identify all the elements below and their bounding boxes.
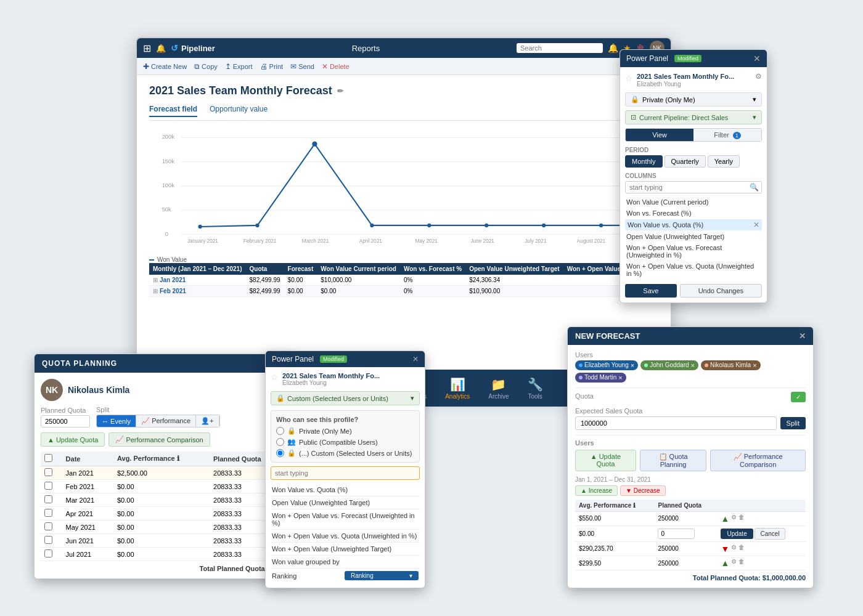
update-quota-button[interactable]: ▲ Update Quota	[575, 450, 636, 471]
remove-user-icon[interactable]: ×	[691, 362, 695, 369]
row-checkbox[interactable]	[44, 522, 52, 530]
select-all-checkbox[interactable]	[44, 454, 52, 462]
delete-row-icon[interactable]: 🗑	[738, 544, 745, 554]
expand-icon[interactable]: ⊞	[153, 277, 158, 283]
add-user-split-btn[interactable]: 👤+	[196, 415, 219, 427]
tools-nav-item[interactable]: 🔧 Tools	[528, 377, 543, 400]
send-button[interactable]: ✉ Send	[290, 62, 314, 71]
row-checkbox[interactable]	[44, 495, 52, 503]
pp-body: ☆ 2021 Sales Team Monthly Fo... Elizabet…	[620, 67, 767, 302]
private-radio[interactable]	[276, 427, 284, 435]
ppm-ranking-item[interactable]: Ranking Ranking ▾	[271, 569, 420, 583]
settings-icon[interactable]: ⚙	[731, 558, 737, 568]
row-checkbox[interactable]	[44, 509, 52, 517]
settings-icon[interactable]: ⚙	[731, 514, 737, 524]
ppm-star-icon[interactable]: ☆	[271, 372, 279, 382]
edit-icon[interactable]: ✏	[337, 87, 343, 95]
remove-user-icon[interactable]: ×	[618, 374, 622, 381]
row-cancel-button[interactable]: Cancel	[755, 528, 785, 540]
undo-button[interactable]: Undo Changes	[680, 284, 762, 298]
period-quarterly-btn[interactable]: Quarterly	[665, 155, 706, 168]
ppm-close-button[interactable]: ✕	[412, 355, 419, 363]
ranking-dropdown[interactable]: Ranking ▾	[345, 571, 419, 580]
print-button[interactable]: 🖨 Print	[260, 62, 284, 71]
pp-gear-icon[interactable]: ⚙	[755, 72, 762, 81]
copy-button[interactable]: ⧉ Copy	[194, 62, 218, 71]
ppm-col-item[interactable]: Open Value (Unweighted Target)	[271, 496, 420, 509]
ppm-col-item[interactable]: Won + Open Value (Unweighted Target)	[271, 543, 420, 556]
delete-button[interactable]: ✕ Delete	[322, 62, 350, 71]
row-checkbox[interactable]	[44, 549, 52, 557]
quota-planning-button[interactable]: 📋 Quota Planning	[640, 450, 707, 471]
nf-close-button[interactable]: ✕	[799, 331, 806, 341]
delete-row-icon[interactable]: 🗑	[738, 514, 745, 524]
radio-custom[interactable]: 🔒 (...) Custom (Selected Users or Units)	[276, 449, 414, 457]
col-item-won-open-forecast[interactable]: Won + Open Value vs. Forecast (Unweighte…	[625, 242, 762, 261]
won-forecast-cell: 0%	[400, 286, 465, 297]
row-checkbox[interactable]	[44, 536, 52, 544]
svg-text:July 2021: July 2021	[525, 238, 547, 244]
col-item-won-value[interactable]: Won Value (Current period)	[625, 197, 762, 208]
expand-icon[interactable]: ⊞	[153, 288, 158, 294]
tab-filter[interactable]: Filter 1	[693, 129, 761, 141]
performance-button[interactable]: 📈 Performance Comparison	[710, 450, 806, 471]
performance-comparison-button[interactable]: 📈 Performance Comparison	[108, 432, 210, 447]
row-update-button[interactable]: Update	[721, 529, 753, 539]
pp-search-input[interactable]	[625, 181, 762, 193]
period-monthly-btn[interactable]: Monthly	[625, 155, 663, 168]
expected-sales-input[interactable]	[575, 416, 777, 430]
ppm-col-item[interactable]: Won + Open Value vs. Quota (Unweighted i…	[271, 530, 420, 543]
row-checkbox[interactable]	[44, 468, 52, 476]
ppm-col-item[interactable]: Won + Open Value vs. Forecast (Unweighte…	[271, 509, 420, 530]
col-item-won-open-quota[interactable]: Won + Open Value vs. Quota (Unweighted i…	[625, 261, 762, 279]
evenly-btn[interactable]: ↔ Evenly	[97, 415, 136, 427]
star-icon[interactable]: ☆	[625, 73, 633, 83]
tab-forecast-field[interactable]: Forecast field	[149, 105, 197, 117]
increase-button[interactable]: ▲ Increase	[575, 485, 618, 496]
expected-sales-label: Expected Sales Quota	[575, 407, 806, 415]
radio-private[interactable]: 🔒 Private (Only Me)	[276, 427, 414, 435]
remove-user-icon[interactable]: ×	[753, 362, 756, 369]
ppm-col-item[interactable]: Won Value vs. Quota (%)	[271, 484, 420, 496]
ppm-custom-dropdown[interactable]: 🔒 Custom (Selected Users or Units) ▾	[271, 391, 420, 405]
quota-cell: 250000	[654, 541, 717, 556]
grid-icon[interactable]: ⊞	[143, 43, 151, 54]
decrease-button[interactable]: ▼ Decrease	[620, 485, 665, 496]
ppm-title-row: Power Panel Modified	[272, 355, 347, 363]
split-button[interactable]: Split	[780, 417, 806, 429]
period-yearly-btn[interactable]: Yearly	[708, 155, 740, 168]
col-remove-icon[interactable]: ✕	[753, 221, 759, 229]
bell-icon[interactable]: 🔔	[156, 44, 166, 53]
planned-quota-input[interactable]	[41, 415, 90, 428]
create-new-button[interactable]: ✚ Create New	[143, 62, 187, 71]
row-checkbox[interactable]	[44, 482, 52, 490]
pp-close-button[interactable]: ✕	[753, 54, 761, 63]
performance-split-btn[interactable]: 📈 Performance	[136, 415, 196, 427]
update-quota-button[interactable]: ▲ Update Quota	[41, 432, 105, 447]
tab-opportunity-value[interactable]: Opportunity value	[210, 105, 268, 117]
notif-icon[interactable]: 🔔	[608, 43, 618, 53]
remove-user-icon[interactable]: ×	[631, 362, 634, 369]
archive-nav-item[interactable]: 📁 Archive	[488, 377, 509, 400]
public-radio[interactable]	[276, 438, 284, 446]
save-button[interactable]: Save	[625, 284, 677, 298]
action-cell: Update Cancel	[717, 526, 806, 542]
quota-toggle[interactable]: ✓	[791, 392, 806, 402]
col-item-won-quota-selected[interactable]: Won Value vs. Quota (%) ✕	[625, 219, 762, 230]
export-button[interactable]: ↥ Export	[225, 62, 253, 71]
custom-radio[interactable]	[276, 449, 284, 457]
quota-table: Date Avg. Performance ℹ Planned Quota Ja…	[41, 452, 286, 561]
col-item-open-value[interactable]: Open Value (Unweighted Target)	[625, 231, 762, 242]
delete-row-icon[interactable]: 🗑	[738, 558, 745, 568]
nav-search-input[interactable]	[517, 43, 603, 53]
analytics-nav-item[interactable]: 📊 Analytics	[445, 377, 470, 400]
col-item-won-forecast[interactable]: Won vs. Forecast (%)	[625, 208, 762, 219]
ppm-search-input[interactable]	[271, 466, 420, 480]
ppm-col-item-won-grouped[interactable]: Won value grouped by	[271, 556, 420, 569]
qty-input[interactable]	[658, 529, 695, 539]
radio-public[interactable]: 👥 Public (Compatible Users)	[276, 438, 414, 446]
pp-pipeline-section[interactable]: ⊡ Current Pipeline: Direct Sales ▾	[625, 110, 762, 124]
pp-privacy-section[interactable]: 🔒 Private (Only Me) ▾	[625, 92, 762, 107]
tab-view[interactable]: View	[626, 129, 693, 141]
settings-icon[interactable]: ⚙	[731, 544, 737, 554]
